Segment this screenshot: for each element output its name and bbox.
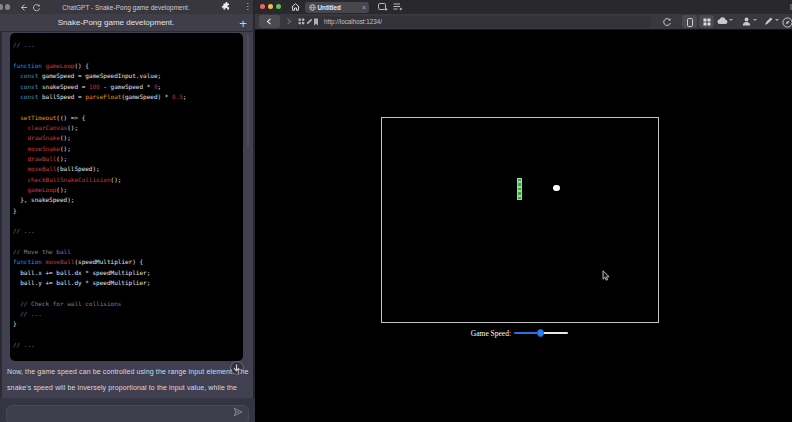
window-control-dot[interactable]: [5, 4, 11, 10]
game-speed-label: Game Speed:: [471, 326, 511, 341]
back-arrow-icon[interactable]: [19, 3, 28, 12]
code-line: [13, 216, 240, 226]
grid-view-icon[interactable]: [298, 18, 305, 25]
dropdown-caret: [729, 19, 733, 21]
send-plane-icon[interactable]: [233, 407, 243, 417]
code-line: const gameSpeed = gameSpeedInput.value;: [13, 71, 240, 81]
code-line: // Check for wall collisions: [13, 299, 240, 309]
slider-thumb[interactable]: [537, 329, 544, 336]
home-icon[interactable]: [291, 3, 300, 11]
code-content: // ... function gameLoop() { const gameS…: [10, 33, 243, 358]
slider-track[interactable]: [541, 332, 568, 335]
device-grid-button[interactable]: [699, 15, 714, 28]
chat-input-field[interactable]: [6, 405, 249, 422]
game-controls: Game Speed:: [255, 326, 792, 342]
code-line: // ...: [13, 40, 240, 50]
browser-tabbar: Untitled ×: [255, 0, 792, 14]
bookmark-icon[interactable]: [313, 18, 319, 26]
code-line: ball.x += ball.dx * speedMultiplier;: [13, 268, 240, 278]
code-line: ball.y += ball.dy * speedMultiplier;: [13, 278, 240, 288]
snake-segment: [517, 196, 522, 201]
code-line: [13, 288, 240, 298]
chatgpt-window: ChatGPT - Snake-Pong game development. ⋮…: [0, 0, 255, 422]
code-line: drawBall();: [13, 154, 240, 164]
chat-title: Snake-Pong game development.: [58, 14, 175, 32]
code-line: [13, 51, 240, 61]
code-line: [13, 237, 240, 247]
mobile-device-button[interactable]: [682, 15, 697, 28]
dropdown-caret: [753, 19, 757, 21]
chat-scrollbar[interactable]: [247, 35, 250, 147]
code-line: const snakeSpeed = 100 - gameSpeed * 8;: [13, 82, 240, 92]
code-line: function gameLoop() {: [13, 61, 240, 71]
code-line: }: [13, 206, 240, 216]
window-control-dot[interactable]: [0, 4, 3, 10]
compass-icon[interactable]: [782, 17, 792, 28]
ball: [553, 185, 560, 192]
code-line: // Move the ball: [13, 247, 240, 257]
code-line: [13, 330, 240, 340]
forward-button[interactable]: [286, 18, 292, 25]
tab-close-icon[interactable]: ×: [359, 2, 369, 13]
new-chat-button[interactable]: +: [237, 17, 250, 30]
code-block: // ... function gameLoop() { const gameS…: [10, 33, 243, 361]
code-line: gameLoop();: [13, 185, 240, 195]
traffic-light-minimize[interactable]: [268, 4, 273, 9]
tab-title: Untitled: [318, 2, 341, 13]
message-line: snake's speed will be inversely proporti…: [7, 380, 253, 396]
code-line: moveBall(ballSpeed);: [13, 164, 240, 174]
chat-input-area: [0, 398, 255, 422]
traffic-light-zoom[interactable]: [276, 4, 281, 9]
url-text[interactable]: http://localhost:1234/: [324, 16, 382, 28]
kebab-menu-icon[interactable]: ⋮: [244, 0, 250, 14]
code-line: moveSnake();: [13, 144, 240, 154]
code-line: drawSnake();: [13, 133, 240, 143]
code-line: // ...: [13, 226, 240, 236]
desktop-edge-strip: [0, 31, 2, 422]
code-line: // ...: [13, 340, 240, 350]
message-line: Now, the game speed can be controlled us…: [7, 364, 253, 380]
reload-icon[interactable]: [32, 3, 41, 12]
pen-dropdown-icon[interactable]: [764, 17, 773, 26]
code-line: setTimeout(() => {: [13, 113, 240, 123]
browser-navbar: http://localhost:1234/: [255, 14, 792, 30]
person-dropdown-icon[interactable]: [742, 17, 751, 26]
code-line: const ballSpeed = parseFloat(gameSpeed) …: [13, 92, 240, 102]
code-line: function moveBall(speedMultiplier) {: [13, 257, 240, 267]
code-line: clearCanvas();: [13, 123, 240, 133]
code-line: // ...: [13, 309, 240, 319]
code-line: checkBallSnakeCollision();: [13, 175, 240, 185]
traffic-light-close[interactable]: [260, 4, 265, 9]
puzzle-extension-icon[interactable]: [221, 2, 231, 12]
tab-list-icon[interactable]: [393, 3, 403, 11]
code-line: }: [13, 319, 240, 329]
game-canvas[interactable]: [381, 117, 659, 323]
assistant-message: Now, the game speed can be controlled us…: [7, 364, 253, 395]
mouse-cursor: [602, 270, 611, 282]
browser-viewport: Game Speed:: [255, 30, 792, 422]
new-tab-icon[interactable]: [378, 3, 388, 11]
chatgpt-titlebar: ChatGPT - Snake-Pong game development. ⋮: [0, 0, 255, 14]
browser-tab[interactable]: Untitled ×: [305, 2, 369, 13]
edit-pencil-icon[interactable]: [306, 18, 313, 25]
code-line: }, snakeSpeed);: [13, 195, 240, 205]
cloud-dropdown-icon[interactable]: [717, 17, 728, 25]
browser-window: Untitled × http://localhost:1: [255, 0, 792, 422]
back-button[interactable]: [259, 15, 281, 28]
url-field[interactable]: http://localhost:1234/: [297, 16, 651, 28]
dropdown-caret: [775, 19, 779, 21]
code-line: [13, 102, 240, 112]
globe-icon: [309, 4, 316, 11]
page-reload-icon[interactable]: [662, 17, 672, 27]
window-title: ChatGPT - Snake-Pong game development.: [62, 0, 189, 14]
